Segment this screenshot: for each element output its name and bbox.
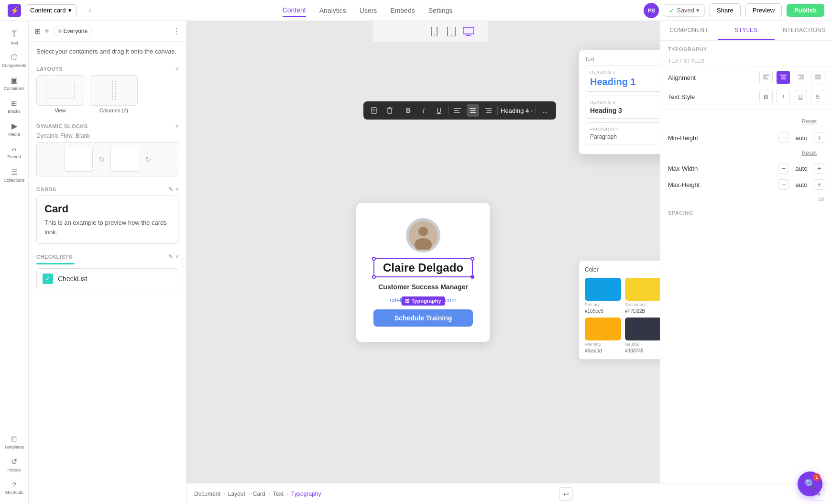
toolbar-italic-icon[interactable]: I	[417, 104, 430, 117]
typography-badge: ⊞ Typography	[401, 296, 445, 306]
canvas-avatar	[406, 218, 440, 252]
right-sidebar: COMPONENT STYLES INTERACTIONS TYPOGRAPHY…	[660, 21, 832, 504]
dynamic-block-arrow-1: ↻	[99, 155, 105, 164]
nav-tab-settings[interactable]: Settings	[428, 5, 453, 16]
cards-collapse-icon[interactable]: ▾	[175, 186, 179, 193]
max-width-plus[interactable]: +	[814, 163, 824, 174]
toolbar-trash-icon[interactable]	[383, 104, 396, 117]
nav-tab-content[interactable]: Content	[283, 4, 306, 17]
layouts-collapse-icon[interactable]: ▾	[175, 66, 179, 72]
min-height-plus[interactable]: +	[814, 132, 824, 143]
sidebar-icon-history[interactable]: ↺ History	[4, 454, 25, 475]
panel-more-icon[interactable]: ⋮	[173, 27, 180, 36]
color-grid-row2: Warning #fcad0d Neutral #333745 Lines #d…	[585, 318, 660, 353]
content-card-select[interactable]: Content card ▾	[25, 4, 77, 16]
align-left-btn[interactable]	[759, 71, 773, 84]
warning-swatch[interactable]	[585, 318, 621, 340]
max-height-row: Max-Height − auto +	[660, 176, 832, 193]
typography-badge-label: Typography	[411, 298, 441, 304]
tab-interactions[interactable]: INTERACTIONS	[775, 21, 832, 40]
saved-button[interactable]: ✓ Saved ▾	[664, 4, 705, 17]
min-height-minus[interactable]: −	[778, 132, 789, 143]
panel-grid-icon[interactable]: ⊞	[34, 27, 41, 36]
name-selection-box: Claire Delgado	[373, 258, 473, 277]
nav-tab-analytics[interactable]: Analytics	[319, 5, 346, 16]
preview-button[interactable]: Preview	[745, 3, 782, 17]
align-center-btn[interactable]	[777, 71, 790, 84]
containers-label: Containers	[4, 86, 25, 91]
schedule-training-button[interactable]: Schedule Training	[373, 309, 473, 327]
toolbar-align-left-icon[interactable]	[451, 104, 464, 117]
sidebar-icon-text[interactable]: T Text	[4, 27, 25, 48]
align-justify-btn[interactable]	[811, 71, 824, 84]
toolbar-bold-icon[interactable]: B	[402, 104, 415, 117]
neutral-swatch[interactable]	[625, 318, 660, 340]
media-label: Media	[8, 132, 20, 137]
text-strikethrough-btn[interactable]: S	[811, 90, 824, 103]
reset-link-2[interactable]: Reset	[794, 148, 824, 158]
sidebar-icon-blocks[interactable]: ⊞ Blocks	[4, 96, 25, 117]
toolbar-align-right-icon[interactable]	[482, 104, 494, 117]
mobile-device-icon[interactable]	[427, 24, 442, 39]
heading-select-wrapper[interactable]: Heading 4 ›	[501, 107, 533, 114]
max-height-minus[interactable]: −	[778, 179, 789, 190]
nav-tab-users[interactable]: Users	[360, 5, 377, 16]
tab-styles[interactable]: STYLES	[718, 21, 775, 40]
nav-arrow-left[interactable]: ‹	[88, 6, 91, 15]
layout-view-thumb[interactable]: View	[36, 75, 84, 113]
bc-layout[interactable]: Layout	[228, 491, 245, 497]
share-button[interactable]: Share	[710, 3, 741, 17]
toolbar-separator-4	[536, 106, 536, 115]
tab-component[interactable]: COMPONENT	[660, 21, 718, 40]
bc-card[interactable]: Card	[253, 491, 265, 497]
reset-link-1[interactable]: Reset	[794, 116, 824, 127]
sidebar-icon-templates[interactable]: ⊡ Templates	[4, 431, 25, 452]
embed-label: Embed	[7, 154, 21, 159]
toolbar-separator-3	[497, 106, 498, 115]
sidebar-icon-media[interactable]: ▶ Media	[4, 119, 25, 140]
toolbar-align-center-icon[interactable]	[467, 104, 479, 117]
support-button[interactable]: 🔍 1	[798, 471, 822, 496]
checklist-checkbox[interactable]: ✓	[43, 274, 53, 284]
dynamic-blocks-collapse-icon[interactable]: ▾	[175, 123, 179, 130]
toolbar-page-icon[interactable]	[368, 104, 381, 117]
panel-add-icon[interactable]: +	[44, 26, 50, 36]
secondary-swatch[interactable]	[625, 278, 660, 301]
toolbar-underline-icon[interactable]: U	[433, 104, 445, 117]
max-width-value: auto	[793, 165, 810, 172]
user-avatar[interactable]: PB	[644, 3, 659, 18]
text-underline-btn[interactable]: U	[794, 90, 807, 103]
sidebar-icon-embed[interactable]: ‹› Embed	[4, 142, 25, 163]
max-height-value: auto	[793, 181, 810, 188]
align-right-btn[interactable]	[794, 71, 807, 84]
text-italic-btn[interactable]: I	[777, 90, 790, 103]
max-width-minus[interactable]: −	[778, 163, 789, 174]
text-label: Text	[10, 41, 18, 45]
max-height-plus[interactable]: +	[814, 179, 824, 190]
svg-point-8	[418, 227, 428, 236]
sidebar-icon-containers[interactable]: ▣ Containers	[4, 73, 25, 94]
toolbar-more-icon[interactable]: ...	[539, 104, 551, 117]
nav-tab-embeds[interactable]: Embeds	[390, 5, 415, 16]
bc-text[interactable]: Text	[273, 491, 284, 497]
text-bold-btn[interactable]: B	[759, 90, 773, 103]
undo-button[interactable]: ↩	[559, 487, 573, 501]
primary-swatch[interactable]	[585, 278, 621, 301]
cards-edit-icon[interactable]: ✎	[168, 186, 174, 193]
desktop-device-icon[interactable]	[461, 24, 476, 39]
everyone-badge[interactable]: Everyone	[54, 26, 92, 36]
layout-columns-thumb[interactable]: Columns (2)	[90, 75, 138, 113]
dynamic-flow-label: Dynamic Flow: Blank	[36, 132, 178, 139]
bc-document[interactable]: Document	[194, 491, 220, 497]
bc-typography[interactable]: Typography	[291, 491, 321, 497]
canvas[interactable]: ⊞ Typography Claire Delgado Customer Suc…	[186, 21, 660, 504]
publish-button[interactable]: Publish	[787, 4, 824, 17]
typo-grid: HEADING 1 ··· Heading 1 HEADING 2 ··· He…	[585, 66, 660, 144]
sidebar-icon-shortcuts[interactable]: ? Shortcuts	[4, 477, 25, 498]
sidebar-icon-collections[interactable]: ☰ Collections	[4, 164, 25, 186]
sidebar-icon-components[interactable]: ⬡ Components	[4, 50, 25, 71]
checklists-edit-icon[interactable]: ✎	[168, 253, 174, 260]
tablet-device-icon[interactable]	[444, 24, 459, 39]
checklists-collapse-icon[interactable]: ▾	[175, 253, 179, 260]
h1-label: HEADING 1	[590, 70, 660, 75]
